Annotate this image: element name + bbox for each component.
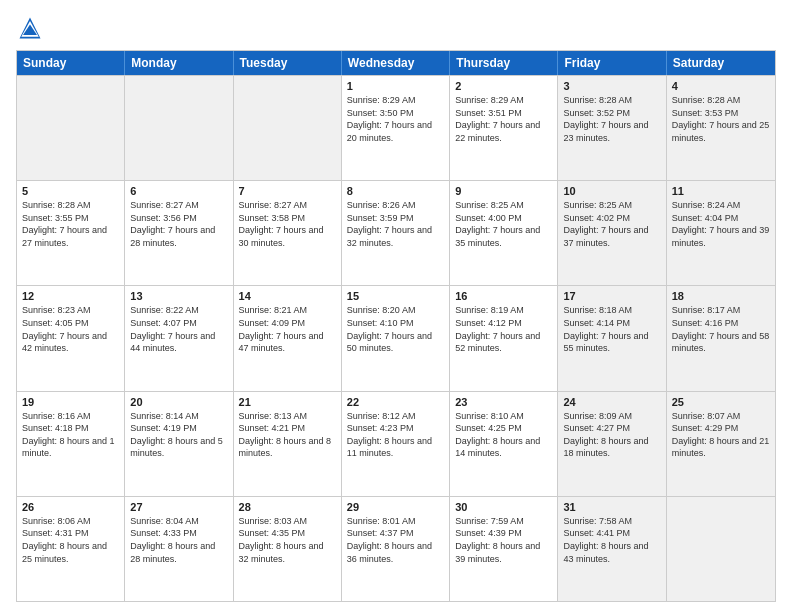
cell-info: Sunrise: 8:27 AM Sunset: 3:56 PM Dayligh… — [130, 199, 227, 249]
day-number: 4 — [672, 80, 770, 92]
day-number: 5 — [22, 185, 119, 197]
weekday-header: Monday — [125, 51, 233, 75]
calendar-cell: 9Sunrise: 8:25 AM Sunset: 4:00 PM Daylig… — [450, 181, 558, 285]
calendar-cell — [17, 76, 125, 180]
calendar-week: 12Sunrise: 8:23 AM Sunset: 4:05 PM Dayli… — [17, 285, 775, 390]
cell-info: Sunrise: 8:17 AM Sunset: 4:16 PM Dayligh… — [672, 304, 770, 354]
cell-info: Sunrise: 8:18 AM Sunset: 4:14 PM Dayligh… — [563, 304, 660, 354]
day-number: 1 — [347, 80, 444, 92]
calendar-week: 26Sunrise: 8:06 AM Sunset: 4:31 PM Dayli… — [17, 496, 775, 601]
header — [16, 14, 776, 42]
calendar-cell: 27Sunrise: 8:04 AM Sunset: 4:33 PM Dayli… — [125, 497, 233, 601]
calendar-cell: 25Sunrise: 8:07 AM Sunset: 4:29 PM Dayli… — [667, 392, 775, 496]
day-number: 10 — [563, 185, 660, 197]
weekday-header: Saturday — [667, 51, 775, 75]
day-number: 16 — [455, 290, 552, 302]
page: SundayMondayTuesdayWednesdayThursdayFrid… — [0, 0, 792, 612]
cell-info: Sunrise: 8:20 AM Sunset: 4:10 PM Dayligh… — [347, 304, 444, 354]
cell-info: Sunrise: 8:06 AM Sunset: 4:31 PM Dayligh… — [22, 515, 119, 565]
day-number: 14 — [239, 290, 336, 302]
day-number: 6 — [130, 185, 227, 197]
calendar-week: 1Sunrise: 8:29 AM Sunset: 3:50 PM Daylig… — [17, 75, 775, 180]
calendar-cell: 5Sunrise: 8:28 AM Sunset: 3:55 PM Daylig… — [17, 181, 125, 285]
logo — [16, 14, 48, 42]
cell-info: Sunrise: 8:16 AM Sunset: 4:18 PM Dayligh… — [22, 410, 119, 460]
calendar-cell: 7Sunrise: 8:27 AM Sunset: 3:58 PM Daylig… — [234, 181, 342, 285]
cell-info: Sunrise: 8:21 AM Sunset: 4:09 PM Dayligh… — [239, 304, 336, 354]
day-number: 27 — [130, 501, 227, 513]
weekday-header: Tuesday — [234, 51, 342, 75]
day-number: 25 — [672, 396, 770, 408]
cell-info: Sunrise: 8:03 AM Sunset: 4:35 PM Dayligh… — [239, 515, 336, 565]
calendar: SundayMondayTuesdayWednesdayThursdayFrid… — [16, 50, 776, 602]
calendar-cell: 22Sunrise: 8:12 AM Sunset: 4:23 PM Dayli… — [342, 392, 450, 496]
cell-info: Sunrise: 8:22 AM Sunset: 4:07 PM Dayligh… — [130, 304, 227, 354]
cell-info: Sunrise: 8:27 AM Sunset: 3:58 PM Dayligh… — [239, 199, 336, 249]
weekday-header: Thursday — [450, 51, 558, 75]
calendar-body: 1Sunrise: 8:29 AM Sunset: 3:50 PM Daylig… — [17, 75, 775, 601]
cell-info: Sunrise: 8:23 AM Sunset: 4:05 PM Dayligh… — [22, 304, 119, 354]
cell-info: Sunrise: 8:12 AM Sunset: 4:23 PM Dayligh… — [347, 410, 444, 460]
cell-info: Sunrise: 8:29 AM Sunset: 3:51 PM Dayligh… — [455, 94, 552, 144]
day-number: 28 — [239, 501, 336, 513]
day-number: 2 — [455, 80, 552, 92]
calendar-cell: 15Sunrise: 8:20 AM Sunset: 4:10 PM Dayli… — [342, 286, 450, 390]
day-number: 30 — [455, 501, 552, 513]
calendar-cell: 8Sunrise: 8:26 AM Sunset: 3:59 PM Daylig… — [342, 181, 450, 285]
day-number: 23 — [455, 396, 552, 408]
day-number: 13 — [130, 290, 227, 302]
calendar-cell: 23Sunrise: 8:10 AM Sunset: 4:25 PM Dayli… — [450, 392, 558, 496]
calendar-cell: 1Sunrise: 8:29 AM Sunset: 3:50 PM Daylig… — [342, 76, 450, 180]
day-number: 24 — [563, 396, 660, 408]
cell-info: Sunrise: 8:07 AM Sunset: 4:29 PM Dayligh… — [672, 410, 770, 460]
calendar-week: 5Sunrise: 8:28 AM Sunset: 3:55 PM Daylig… — [17, 180, 775, 285]
cell-info: Sunrise: 8:14 AM Sunset: 4:19 PM Dayligh… — [130, 410, 227, 460]
calendar-cell: 10Sunrise: 8:25 AM Sunset: 4:02 PM Dayli… — [558, 181, 666, 285]
calendar-cell: 6Sunrise: 8:27 AM Sunset: 3:56 PM Daylig… — [125, 181, 233, 285]
cell-info: Sunrise: 8:28 AM Sunset: 3:52 PM Dayligh… — [563, 94, 660, 144]
day-number: 15 — [347, 290, 444, 302]
day-number: 12 — [22, 290, 119, 302]
calendar-cell: 11Sunrise: 8:24 AM Sunset: 4:04 PM Dayli… — [667, 181, 775, 285]
day-number: 17 — [563, 290, 660, 302]
logo-icon — [16, 14, 44, 42]
day-number: 7 — [239, 185, 336, 197]
cell-info: Sunrise: 7:59 AM Sunset: 4:39 PM Dayligh… — [455, 515, 552, 565]
calendar-cell: 26Sunrise: 8:06 AM Sunset: 4:31 PM Dayli… — [17, 497, 125, 601]
weekday-header: Wednesday — [342, 51, 450, 75]
calendar-cell: 30Sunrise: 7:59 AM Sunset: 4:39 PM Dayli… — [450, 497, 558, 601]
day-number: 20 — [130, 396, 227, 408]
day-number: 9 — [455, 185, 552, 197]
cell-info: Sunrise: 8:04 AM Sunset: 4:33 PM Dayligh… — [130, 515, 227, 565]
calendar-cell: 14Sunrise: 8:21 AM Sunset: 4:09 PM Dayli… — [234, 286, 342, 390]
calendar-cell: 2Sunrise: 8:29 AM Sunset: 3:51 PM Daylig… — [450, 76, 558, 180]
cell-info: Sunrise: 8:13 AM Sunset: 4:21 PM Dayligh… — [239, 410, 336, 460]
cell-info: Sunrise: 8:10 AM Sunset: 4:25 PM Dayligh… — [455, 410, 552, 460]
day-number: 26 — [22, 501, 119, 513]
day-number: 21 — [239, 396, 336, 408]
cell-info: Sunrise: 8:28 AM Sunset: 3:55 PM Dayligh… — [22, 199, 119, 249]
calendar-cell: 16Sunrise: 8:19 AM Sunset: 4:12 PM Dayli… — [450, 286, 558, 390]
day-number: 22 — [347, 396, 444, 408]
calendar-cell: 17Sunrise: 8:18 AM Sunset: 4:14 PM Dayli… — [558, 286, 666, 390]
calendar-cell: 19Sunrise: 8:16 AM Sunset: 4:18 PM Dayli… — [17, 392, 125, 496]
calendar-cell: 29Sunrise: 8:01 AM Sunset: 4:37 PM Dayli… — [342, 497, 450, 601]
calendar-cell — [667, 497, 775, 601]
cell-info: Sunrise: 8:24 AM Sunset: 4:04 PM Dayligh… — [672, 199, 770, 249]
calendar-cell: 4Sunrise: 8:28 AM Sunset: 3:53 PM Daylig… — [667, 76, 775, 180]
cell-info: Sunrise: 8:19 AM Sunset: 4:12 PM Dayligh… — [455, 304, 552, 354]
cell-info: Sunrise: 8:26 AM Sunset: 3:59 PM Dayligh… — [347, 199, 444, 249]
calendar-cell: 31Sunrise: 7:58 AM Sunset: 4:41 PM Dayli… — [558, 497, 666, 601]
calendar-cell: 13Sunrise: 8:22 AM Sunset: 4:07 PM Dayli… — [125, 286, 233, 390]
calendar-cell — [234, 76, 342, 180]
day-number: 11 — [672, 185, 770, 197]
cell-info: Sunrise: 8:25 AM Sunset: 4:02 PM Dayligh… — [563, 199, 660, 249]
calendar-cell: 3Sunrise: 8:28 AM Sunset: 3:52 PM Daylig… — [558, 76, 666, 180]
day-number: 3 — [563, 80, 660, 92]
cell-info: Sunrise: 8:28 AM Sunset: 3:53 PM Dayligh… — [672, 94, 770, 144]
cell-info: Sunrise: 8:25 AM Sunset: 4:00 PM Dayligh… — [455, 199, 552, 249]
calendar-week: 19Sunrise: 8:16 AM Sunset: 4:18 PM Dayli… — [17, 391, 775, 496]
calendar-cell: 20Sunrise: 8:14 AM Sunset: 4:19 PM Dayli… — [125, 392, 233, 496]
day-number: 8 — [347, 185, 444, 197]
cell-info: Sunrise: 8:09 AM Sunset: 4:27 PM Dayligh… — [563, 410, 660, 460]
